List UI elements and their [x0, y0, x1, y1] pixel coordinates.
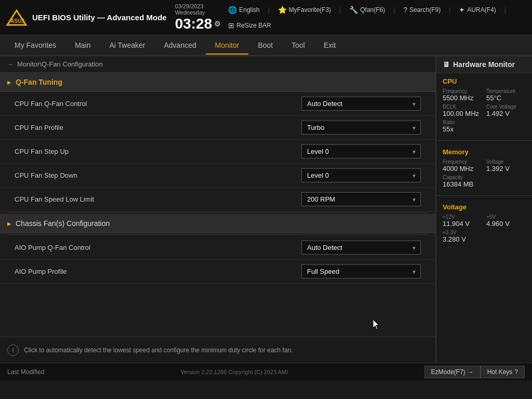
- hw-memory-capacity: Capacity 16384 MB: [443, 175, 526, 188]
- hot-keys-button[interactable]: Hot Keys ?: [481, 366, 525, 378]
- info-text: Click to automatically detect the lowest…: [24, 347, 293, 354]
- clock-display: 03:28 ⚙: [175, 16, 221, 32]
- hw-voltage-12v: +12V 11.904 V: [443, 214, 482, 228]
- cpu-fan-qfan-control-label: CPU Fan Q-Fan Control: [15, 100, 87, 108]
- aio-pump-profile-row: AIO Pump Profile Silent Standard Turbo F…: [0, 260, 435, 284]
- version-text: Version 2.22.1286 Copyright (C) 2023 AMI: [44, 369, 424, 375]
- myfavorite-icon: ⭐: [278, 6, 287, 14]
- chassis-expand-icon: ▶: [7, 221, 11, 227]
- aura-button[interactable]: ✦ AURA(F4): [459, 6, 496, 14]
- cpu-fan-step-up-row: CPU Fan Step Up Level 0 Level 1 Level 2 …: [0, 140, 435, 164]
- myfavorite-button[interactable]: ⭐ MyFavorite(F3): [278, 6, 331, 14]
- date-display: 03/29/2023Wednesday: [175, 3, 221, 16]
- info-bar: i Click to automatically detect the lowe…: [0, 337, 435, 363]
- aio-pump-profile-select-wrapper: Silent Standard Turbo Full Speed Manual: [301, 264, 421, 278]
- toolbar-sep-2: |: [339, 6, 341, 14]
- left-panel: ← Monitor\Q-Fan Configuration ▶ Q-Fan Tu…: [0, 56, 436, 363]
- cpu-fan-speed-low-limit-select[interactable]: Ignore 200 RPM 300 RPM 400 RPM: [301, 192, 421, 206]
- tab-main[interactable]: Main: [65, 37, 100, 55]
- hw-cpu-freq-temp: Frequency 5500 MHz Temperature 55°C: [443, 88, 526, 102]
- hardware-monitor-panel: 🖥 Hardware Monitor CPU Frequency 5500 MH…: [436, 56, 532, 363]
- svg-text:ASUS: ASUS: [10, 18, 25, 24]
- cpu-fan-step-down-label: CPU Fan Step Down: [15, 171, 77, 179]
- toolbar-sep-4: |: [449, 6, 450, 14]
- cpu-fan-profile-label: CPU Fan Profile: [15, 124, 63, 131]
- bios-title: UEFI BIOS Utility — Advanced Mode: [32, 13, 167, 22]
- language-selector[interactable]: 🌐 English: [228, 6, 259, 14]
- aio-pump-qfan-control-row: AIO Pump Q-Fan Control Auto Detect Disab…: [0, 236, 435, 260]
- cpu-fan-profile-select-wrapper: Silent Standard Turbo Full Speed Manual: [301, 121, 421, 135]
- content-area: ▶ Q-Fan Tuning CPU Fan Q-Fan Control Aut…: [0, 73, 435, 337]
- last-modified-label: Last Modified: [7, 368, 44, 376]
- hw-cpu-section: CPU Frequency 5500 MHz Temperature 55°C …: [436, 73, 532, 137]
- hw-cpu-core-voltage: Core Voltage 1.492 V: [486, 104, 526, 117]
- cpu-fan-step-down-select-wrapper: Level 0 Level 1 Level 2 Level 3: [301, 168, 421, 182]
- chassis-fan-title: Chassis Fan(s) Configuration: [16, 219, 110, 228]
- expand-triangle-icon: ▶: [7, 79, 11, 85]
- q-fan-tuning-title: Q-Fan Tuning: [16, 78, 62, 86]
- hw-cpu-title: CPU: [443, 77, 526, 85]
- hw-voltage-section: Voltage +12V 11.904 V +5V 4.960 V +3.3V …: [436, 199, 532, 247]
- top-bar: ASUS UEFI BIOS Utility — Advanced Mode 0…: [0, 0, 532, 35]
- search-button[interactable]: ? Search(F9): [403, 6, 441, 14]
- chassis-fan-header[interactable]: ▶ Chassis Fan(s) Configuration: [0, 214, 435, 233]
- cpu-fan-step-up-select[interactable]: Level 0 Level 1 Level 2 Level 3: [301, 144, 421, 158]
- q-fan-tuning-header[interactable]: ▶ Q-Fan Tuning: [0, 73, 435, 92]
- hw-memory-section: Memory Frequency 4000 MHz Voltage 1.392 …: [436, 144, 532, 192]
- main-layout: ← Monitor\Q-Fan Configuration ▶ Q-Fan Tu…: [0, 56, 532, 363]
- aio-pump-qfan-control-select[interactable]: Auto Detect Disabled Enabled: [301, 241, 421, 255]
- hardware-monitor-title: 🖥 Hardware Monitor: [436, 56, 532, 73]
- resizebar-button[interactable]: ⊞ ReSize BAR: [228, 21, 271, 30]
- divider-1: [7, 212, 428, 213]
- qfan-button[interactable]: 🔧 Qfan(F6): [349, 6, 385, 14]
- cpu-fan-qfan-control-select-wrapper: Auto Detect Disabled Enabled: [301, 97, 421, 111]
- logo-area: ASUS UEFI BIOS Utility — Advanced Mode: [5, 6, 167, 29]
- hw-voltage-12v-5v: +12V 11.904 V +5V 4.960 V: [443, 214, 526, 228]
- hw-voltage-title: Voltage: [443, 203, 526, 211]
- tab-my-favorites[interactable]: My Favorites: [5, 37, 65, 55]
- top-toolbar: 🌐 English | ⭐ MyFavorite(F3) | 🔧 Qfan(F6…: [228, 6, 527, 30]
- cpu-fan-qfan-control-select[interactable]: Auto Detect Disabled Enabled: [301, 97, 421, 111]
- hw-divider-2: [436, 195, 532, 196]
- ez-mode-button[interactable]: EzMode(F7) →: [424, 366, 481, 378]
- settings-gear-icon[interactable]: ⚙: [214, 20, 221, 28]
- tab-exit[interactable]: Exit: [314, 37, 345, 55]
- cpu-fan-speed-low-limit-select-wrapper: Ignore 200 RPM 300 RPM 400 RPM: [301, 192, 421, 206]
- cpu-fan-profile-row: CPU Fan Profile Silent Standard Turbo Fu…: [0, 116, 435, 140]
- cpu-fan-step-down-row: CPU Fan Step Down Level 0 Level 1 Level …: [0, 164, 435, 188]
- resize-icon: ⊞: [228, 21, 234, 30]
- cpu-fan-step-up-select-wrapper: Level 0 Level 1 Level 2 Level 3: [301, 144, 421, 158]
- tab-boot[interactable]: Boot: [248, 37, 282, 55]
- question-icon: ?: [514, 368, 518, 376]
- tab-advanced[interactable]: Advanced: [154, 37, 205, 55]
- aura-icon: ✦: [459, 6, 465, 14]
- cpu-fan-speed-low-limit-row: CPU Fan Speed Low Limit Ignore 200 RPM 3…: [0, 188, 435, 211]
- search-icon: ?: [403, 6, 407, 14]
- hw-cpu-frequency: Frequency 5500 MHz: [443, 88, 482, 102]
- hw-voltage-33v: +3.3V 3.280 V: [443, 230, 526, 243]
- cpu-fan-profile-select[interactable]: Silent Standard Turbo Full Speed Manual: [301, 121, 421, 135]
- hw-memory-title: Memory: [443, 148, 526, 156]
- datetime-area: 03/29/2023Wednesday 03:28 ⚙: [175, 3, 221, 32]
- breadcrumb: ← Monitor\Q-Fan Configuration: [0, 56, 435, 73]
- hw-divider-1: [436, 140, 532, 141]
- divider-2: [7, 234, 428, 235]
- back-arrow-icon[interactable]: ←: [7, 60, 14, 68]
- hw-cpu-temperature: Temperature 55°C: [486, 88, 526, 102]
- tab-monitor[interactable]: Monitor: [206, 37, 249, 55]
- monitor-icon: 🖥: [443, 60, 450, 69]
- nav-tabs: My Favorites Main Ai Tweaker Advanced Mo…: [0, 35, 532, 56]
- tab-ai-tweaker[interactable]: Ai Tweaker: [100, 37, 154, 55]
- hw-cpu-bclk: BCLK 100.00 MHz: [443, 104, 482, 117]
- toolbar-sep-5: |: [504, 6, 506, 14]
- tab-tool[interactable]: Tool: [282, 37, 314, 55]
- bottom-left-area: Last Modified: [7, 368, 44, 376]
- cpu-fan-step-down-select[interactable]: Level 0 Level 1 Level 2 Level 3: [301, 168, 421, 182]
- hw-memory-freq-voltage: Frequency 4000 MHz Voltage 1.392 V: [443, 159, 526, 172]
- arrow-right-icon: →: [468, 368, 474, 376]
- aio-pump-profile-select[interactable]: Silent Standard Turbo Full Speed Manual: [301, 264, 421, 278]
- bottom-actions: EzMode(F7) → Hot Keys ?: [424, 366, 525, 378]
- aio-pump-qfan-control-label: AIO Pump Q-Fan Control: [15, 244, 90, 251]
- hw-memory-voltage: Voltage 1.392 V: [486, 159, 526, 172]
- globe-icon: 🌐: [228, 6, 237, 14]
